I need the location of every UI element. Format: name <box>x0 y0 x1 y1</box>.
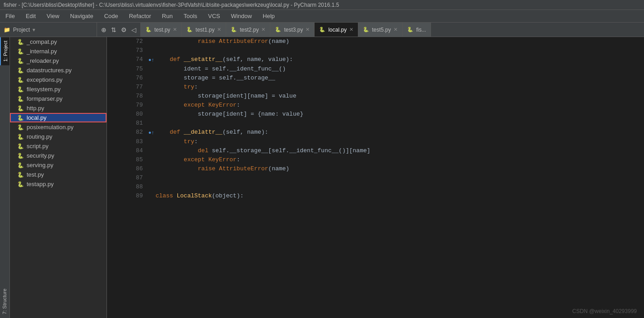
tab-file-icon: 🐍 <box>145 27 152 33</box>
menu-window[interactable]: Window <box>229 12 254 20</box>
tab-test5-py[interactable]: 🐍 test5.py ✕ <box>358 23 403 37</box>
file-name: local.py <box>27 114 46 121</box>
file-item-internal[interactable]: 🐍 _internal.py <box>10 47 107 56</box>
file-icon: 🐍 <box>17 105 24 112</box>
line-gutter <box>148 110 156 119</box>
code-editor[interactable]: 72 raise AttributeError(name) 73 74 ●↑ d… <box>107 37 644 318</box>
file-item-testapp[interactable]: 🐍 testapp.py <box>10 179 107 189</box>
tab-close-icon[interactable]: ✕ <box>261 27 265 33</box>
new-file-button[interactable]: ⊕ <box>100 25 108 34</box>
file-item-script[interactable]: 🐍 script.py <box>10 141 107 151</box>
file-icon: 🐍 <box>17 77 24 83</box>
line-gutter <box>148 101 156 110</box>
menu-run[interactable]: Run <box>160 12 175 20</box>
line-number: 76 <box>107 74 148 83</box>
line-number: 81 <box>107 119 148 128</box>
tab-close-icon[interactable]: ✕ <box>173 27 177 33</box>
line-number: 82 <box>107 128 148 137</box>
line-number: 84 <box>107 146 148 155</box>
code-line-77: 77 try: <box>107 83 644 92</box>
line-gutter <box>148 182 156 192</box>
file-icon: 🐍 <box>17 134 24 140</box>
file-item-filesystem[interactable]: 🐍 filesystem.py <box>10 84 107 94</box>
tab-test1-py[interactable]: 🐍 test1.py ✕ <box>182 23 226 37</box>
line-gutter <box>148 192 156 201</box>
side-label-project[interactable]: 1: Project <box>0 37 9 65</box>
file-name: formparser.py <box>27 95 62 102</box>
file-item-reloader[interactable]: 🐍 _reloader.py <box>10 56 107 65</box>
file-icon: 🐍 <box>17 172 24 178</box>
tab-label: test5.py <box>372 27 391 33</box>
line-code: del self.__storage__[self.__ident_func__… <box>156 146 644 155</box>
menu-edit[interactable]: Edit <box>24 12 37 20</box>
project-dropdown-icon[interactable]: ▾ <box>32 27 35 33</box>
menu-view[interactable]: View <box>45 12 61 20</box>
tab-file-icon: 🐍 <box>186 27 193 33</box>
code-line-73: 73 <box>107 46 644 55</box>
line-gutter <box>148 46 156 55</box>
tab-close-icon[interactable]: ✕ <box>394 27 398 33</box>
code-line-85: 85 except KeyError: <box>107 155 644 164</box>
file-item-exceptions[interactable]: 🐍 exceptions.py <box>10 75 107 84</box>
file-item-security[interactable]: 🐍 security.py <box>10 151 107 160</box>
settings-button[interactable]: ⚙ <box>120 25 128 34</box>
menu-refactor[interactable]: Refactor <box>127 12 153 20</box>
line-number: 77 <box>107 83 148 92</box>
breakpoint-icon: ●↑ <box>148 57 154 63</box>
tab-test-py[interactable]: 🐍 test.py ✕ <box>141 23 182 37</box>
menu-code[interactable]: Code <box>102 12 120 20</box>
file-item-compat[interactable]: 🐍 _compat.py <box>10 37 107 47</box>
menu-vcs[interactable]: VCS <box>206 12 222 20</box>
file-item-serving[interactable]: 🐍 serving.py <box>10 160 107 170</box>
sync-button[interactable]: ⇅ <box>110 25 118 34</box>
line-gutter <box>148 119 156 128</box>
file-item-test[interactable]: 🐍 test.py <box>10 170 107 179</box>
menu-help[interactable]: Help <box>261 12 277 20</box>
code-content: 72 raise AttributeError(name) 73 74 ●↑ d… <box>107 37 644 201</box>
line-code: except KeyError: <box>156 101 644 110</box>
main-content: 1: Project 7: Structure 🐍 _compat.py 🐍 _… <box>0 37 644 318</box>
file-item-posixemulation[interactable]: 🐍 posixemulation.py <box>10 122 107 132</box>
file-item-datastructures[interactable]: 🐍 datastructures.py <box>10 65 107 75</box>
menu-tools[interactable]: Tools <box>182 12 199 20</box>
tab-fis[interactable]: 🐍 fis... <box>403 23 431 37</box>
file-item-routing[interactable]: 🐍 routing.py <box>10 132 107 141</box>
file-item-http[interactable]: 🐍 http.py <box>10 103 107 113</box>
file-item-formparser[interactable]: 🐍 formparser.py <box>10 94 107 103</box>
line-gutter <box>148 37 156 46</box>
file-name: exceptions.py <box>27 76 63 83</box>
tab-file-icon: 🐍 <box>363 27 369 33</box>
line-number: 75 <box>107 65 148 74</box>
tab-test3-py[interactable]: 🐍 test3.py ✕ <box>270 23 315 37</box>
line-gutter <box>148 137 156 146</box>
file-name: test.py <box>27 171 44 178</box>
tab-close-icon[interactable]: ✕ <box>306 27 310 33</box>
breakpoint-icon: ●↑ <box>148 130 154 136</box>
collapse-button[interactable]: ◁ <box>130 25 138 34</box>
tab-close-icon[interactable]: ✕ <box>217 27 221 33</box>
file-icon: 🐍 <box>17 48 24 55</box>
line-number: 88 <box>107 182 148 192</box>
tab-close-icon[interactable]: ✕ <box>349 27 353 33</box>
side-label-structure[interactable]: 7: Structure <box>0 285 9 318</box>
code-line-75: 75 ident = self.__ident_func__() <box>107 65 644 74</box>
tab-test2-py[interactable]: 🐍 test2.py ✕ <box>226 23 270 37</box>
code-line-76: 76 storage = self.__storage__ <box>107 74 644 83</box>
line-code: storage[ident] = {name: value} <box>156 110 644 119</box>
file-item-local[interactable]: 🐍 local.py <box>10 113 107 122</box>
code-line-89: 89 class LocalStack(object): <box>107 192 644 201</box>
file-name: filesystem.py <box>27 86 60 93</box>
line-gutter <box>148 155 156 164</box>
code-line-72: 72 raise AttributeError(name) <box>107 37 644 46</box>
line-number: 73 <box>107 46 148 55</box>
file-name: http.py <box>27 105 44 112</box>
menu-file[interactable]: File <box>4 12 17 20</box>
watermark: CSDN @weixin_40293999 <box>572 308 637 314</box>
tab-local-py[interactable]: 🐍 local.py ✕ <box>315 23 358 37</box>
code-line-84: 84 del self.__storage__[self.__ident_fun… <box>107 146 644 155</box>
file-name: testapp.py <box>27 181 54 187</box>
menu-navigate[interactable]: Navigate <box>68 12 95 20</box>
line-code <box>156 46 644 55</box>
code-line-81: 81 <box>107 119 644 128</box>
file-icon: 🐍 <box>17 115 24 121</box>
